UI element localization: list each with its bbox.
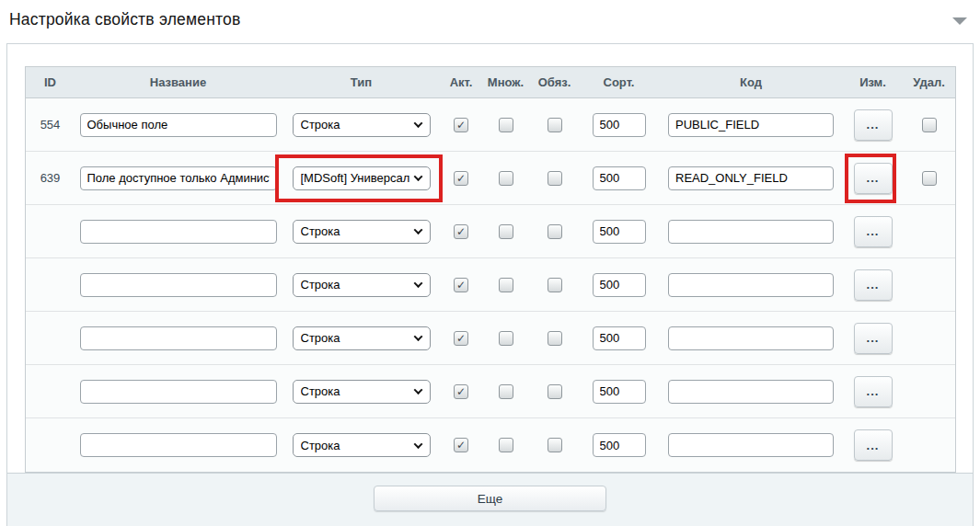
- type-select[interactable]: Строка: [293, 273, 431, 297]
- table-header-row: ID Название Тип Акт. Множ. Обяз. Сорт. К…: [26, 67, 955, 98]
- name-input[interactable]: [80, 220, 277, 244]
- col-header-multiple: Множ.: [481, 75, 530, 89]
- edit-button[interactable]: ...: [854, 269, 893, 301]
- edit-button[interactable]: ...: [854, 429, 893, 461]
- required-checkbox[interactable]: [548, 118, 562, 132]
- required-checkbox[interactable]: [548, 331, 562, 346]
- page-title: Настройка свойств элементов: [9, 10, 240, 29]
- type-select-value: Строка: [301, 439, 340, 452]
- row-id: 639: [26, 171, 75, 185]
- type-select[interactable]: Строка: [293, 220, 431, 244]
- chevron-down-icon: [413, 279, 422, 288]
- properties-panel: ID Название Тип Акт. Множ. Обяз. Сорт. К…: [6, 43, 974, 526]
- collapse-triangle-icon[interactable]: [952, 17, 967, 25]
- type-select[interactable]: Строка: [293, 326, 431, 350]
- col-header-id: ID: [26, 75, 75, 89]
- required-checkbox[interactable]: [548, 384, 562, 399]
- sort-input[interactable]: [593, 433, 646, 457]
- col-header-type: Тип: [282, 75, 441, 89]
- sort-input[interactable]: [593, 220, 646, 244]
- multiple-checkbox[interactable]: [499, 118, 513, 132]
- table-row: Строка ...: [26, 258, 955, 312]
- sort-input[interactable]: [593, 326, 646, 350]
- required-checkbox[interactable]: [548, 278, 562, 292]
- type-select-value: Строка: [301, 331, 340, 345]
- sort-input[interactable]: [593, 166, 646, 190]
- properties-table: ID Название Тип Акт. Множ. Обяз. Сорт. К…: [25, 66, 956, 473]
- active-checkbox[interactable]: [454, 118, 468, 132]
- type-select-value: Строка: [301, 384, 340, 398]
- chevron-down-icon: [413, 119, 422, 128]
- type-select-value: Строка: [301, 224, 340, 238]
- chevron-down-icon: [413, 385, 422, 394]
- edit-button[interactable]: ...: [854, 109, 893, 141]
- code-input[interactable]: [668, 113, 834, 137]
- more-button[interactable]: Еще: [374, 486, 606, 511]
- name-input[interactable]: [80, 326, 277, 350]
- col-header-sort: Сорт.: [579, 75, 659, 89]
- chevron-down-icon: [413, 440, 422, 449]
- code-input[interactable]: [668, 273, 834, 297]
- multiple-checkbox[interactable]: [499, 171, 513, 186]
- table-row: 639 [MDSoft] Универсаль ...: [26, 152, 955, 205]
- active-checkbox[interactable]: [454, 438, 468, 452]
- code-input[interactable]: [668, 380, 834, 404]
- multiple-checkbox[interactable]: [499, 278, 513, 292]
- required-checkbox[interactable]: [548, 171, 562, 186]
- active-checkbox[interactable]: [454, 171, 468, 186]
- row-id: 554: [26, 118, 75, 132]
- active-checkbox[interactable]: [454, 224, 468, 239]
- chevron-down-icon: [413, 172, 422, 181]
- name-input[interactable]: [80, 113, 277, 137]
- table-row: Строка ...: [26, 312, 955, 365]
- col-header-edit: Изм.: [843, 75, 903, 89]
- multiple-checkbox[interactable]: [499, 331, 513, 346]
- type-select[interactable]: Строка: [293, 433, 431, 457]
- code-input[interactable]: [668, 220, 834, 244]
- chevron-down-icon: [413, 225, 422, 234]
- multiple-checkbox[interactable]: [499, 224, 513, 239]
- required-checkbox[interactable]: [548, 438, 562, 452]
- edit-button[interactable]: ...: [854, 376, 893, 407]
- table-footer: Еще: [7, 473, 973, 526]
- sort-input[interactable]: [593, 273, 646, 297]
- delete-checkbox[interactable]: [922, 171, 937, 186]
- code-input[interactable]: [668, 326, 834, 350]
- col-header-name: Название: [75, 75, 282, 89]
- col-header-required: Обяз.: [530, 75, 579, 89]
- name-input[interactable]: [80, 433, 277, 457]
- section-title-bar: Настройка свойств элементов: [0, 0, 980, 43]
- active-checkbox[interactable]: [454, 331, 468, 346]
- code-input[interactable]: [668, 166, 834, 190]
- code-input[interactable]: [668, 433, 834, 457]
- chevron-down-icon: [413, 332, 422, 341]
- table-row: Строка ...: [26, 205, 955, 258]
- sort-input[interactable]: [593, 113, 646, 137]
- active-checkbox[interactable]: [454, 384, 468, 399]
- type-select[interactable]: [MDSoft] Универсаль: [293, 166, 431, 190]
- name-input[interactable]: [80, 273, 277, 297]
- active-checkbox[interactable]: [454, 278, 468, 292]
- name-input[interactable]: [80, 380, 277, 404]
- delete-checkbox[interactable]: [922, 118, 937, 132]
- multiple-checkbox[interactable]: [499, 384, 513, 399]
- col-header-delete: Удал.: [903, 75, 955, 89]
- required-checkbox[interactable]: [548, 224, 562, 239]
- table-row: 554 Строка ...: [26, 98, 955, 152]
- multiple-checkbox[interactable]: [499, 438, 513, 452]
- sort-input[interactable]: [593, 380, 646, 404]
- name-input[interactable]: [80, 166, 277, 190]
- edit-button[interactable]: ...: [854, 216, 893, 247]
- type-select-value: Строка: [301, 278, 340, 292]
- table-row: Строка ...: [26, 365, 955, 418]
- type-select[interactable]: Строка: [293, 380, 431, 404]
- edit-button[interactable]: ...: [854, 323, 893, 354]
- type-select-value: Строка: [301, 118, 340, 132]
- col-header-code: Код: [659, 75, 843, 89]
- type-select[interactable]: Строка: [293, 113, 431, 137]
- table-row: Строка ...: [26, 418, 955, 472]
- edit-button[interactable]: ...: [854, 163, 893, 194]
- type-select-value: [MDSoft] Универсаль: [301, 171, 409, 185]
- col-header-active: Акт.: [441, 75, 481, 89]
